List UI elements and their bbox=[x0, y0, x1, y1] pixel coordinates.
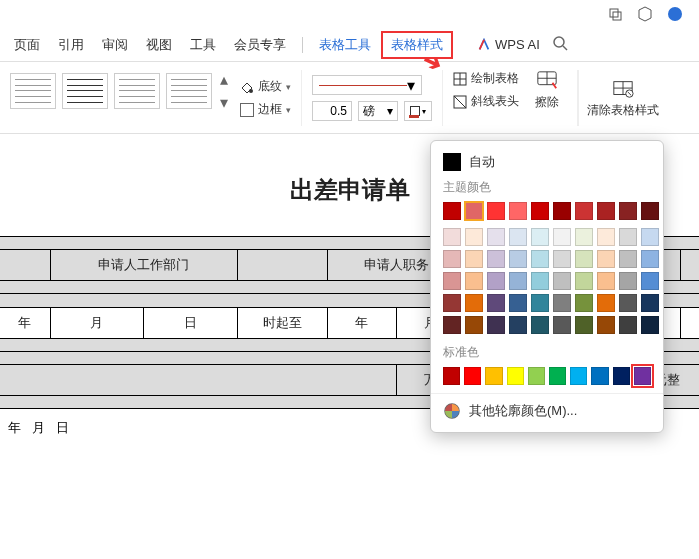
tab-review[interactable]: 审阅 bbox=[94, 32, 136, 58]
border-button[interactable]: 边框▾ bbox=[240, 101, 291, 118]
shading-button[interactable]: 底纹▾ bbox=[240, 78, 291, 95]
color-swatch[interactable] bbox=[575, 316, 593, 334]
color-swatch[interactable] bbox=[597, 228, 615, 246]
color-swatch[interactable] bbox=[553, 294, 571, 312]
user-icon[interactable] bbox=[667, 6, 683, 22]
color-swatch[interactable] bbox=[443, 272, 461, 290]
diag-header-button[interactable]: 斜线表头 bbox=[453, 93, 519, 110]
auto-color-option[interactable]: 自动 bbox=[431, 149, 663, 175]
color-swatch[interactable] bbox=[597, 294, 615, 312]
tab-member[interactable]: 会员专享 bbox=[226, 32, 294, 58]
color-swatch[interactable] bbox=[528, 367, 545, 385]
color-swatch[interactable] bbox=[507, 367, 524, 385]
color-swatch[interactable] bbox=[509, 272, 527, 290]
color-swatch[interactable] bbox=[553, 228, 571, 246]
color-swatch[interactable] bbox=[634, 367, 651, 385]
color-swatch[interactable] bbox=[641, 316, 659, 334]
color-swatch[interactable] bbox=[597, 202, 615, 220]
color-swatch[interactable] bbox=[613, 367, 630, 385]
color-swatch[interactable] bbox=[465, 228, 483, 246]
color-swatch[interactable] bbox=[487, 202, 505, 220]
color-swatch[interactable] bbox=[597, 272, 615, 290]
tab-tools[interactable]: 工具 bbox=[182, 32, 224, 58]
color-swatch[interactable] bbox=[619, 202, 637, 220]
table-style-preset-3[interactable] bbox=[114, 73, 160, 109]
color-swatch[interactable] bbox=[553, 316, 571, 334]
color-swatch[interactable] bbox=[487, 316, 505, 334]
color-swatch[interactable] bbox=[531, 228, 549, 246]
color-swatch[interactable] bbox=[531, 294, 549, 312]
color-swatch[interactable] bbox=[591, 367, 608, 385]
table-style-preset-1[interactable] bbox=[10, 73, 56, 109]
search-icon[interactable] bbox=[552, 35, 568, 54]
color-swatch[interactable] bbox=[509, 316, 527, 334]
color-swatch[interactable] bbox=[509, 294, 527, 312]
color-swatch[interactable] bbox=[641, 250, 659, 268]
color-swatch[interactable] bbox=[619, 294, 637, 312]
line-weight-input[interactable]: 0.5 bbox=[312, 101, 352, 121]
wps-ai-button[interactable]: WPS AI bbox=[477, 37, 540, 52]
color-swatch[interactable] bbox=[465, 202, 483, 220]
color-swatch[interactable] bbox=[575, 250, 593, 268]
color-swatch[interactable] bbox=[487, 228, 505, 246]
shading-label: 底纹 bbox=[258, 78, 282, 95]
color-swatch[interactable] bbox=[575, 228, 593, 246]
color-swatch[interactable] bbox=[619, 316, 637, 334]
more-colors-option[interactable]: 其他轮廓颜色(M)... bbox=[431, 393, 663, 422]
color-swatch[interactable] bbox=[509, 228, 527, 246]
color-swatch[interactable] bbox=[531, 202, 549, 220]
color-swatch[interactable] bbox=[443, 316, 461, 334]
color-swatch[interactable] bbox=[464, 367, 481, 385]
tab-reference[interactable]: 引用 bbox=[50, 32, 92, 58]
table-style-preset-4[interactable] bbox=[166, 73, 212, 109]
color-swatch[interactable] bbox=[619, 228, 637, 246]
cube-icon[interactable] bbox=[637, 6, 653, 22]
color-swatch[interactable] bbox=[509, 250, 527, 268]
line-style-select[interactable]: ▾ bbox=[312, 75, 422, 95]
color-swatch[interactable] bbox=[553, 250, 571, 268]
style-gallery-more[interactable]: ▴▾ bbox=[218, 70, 230, 112]
color-swatch[interactable] bbox=[443, 202, 461, 220]
color-swatch[interactable] bbox=[443, 250, 461, 268]
color-swatch[interactable] bbox=[487, 272, 505, 290]
color-swatch[interactable] bbox=[485, 367, 502, 385]
line-color-button[interactable]: ▾ bbox=[404, 101, 432, 121]
color-swatch[interactable] bbox=[597, 250, 615, 268]
color-swatch[interactable] bbox=[619, 272, 637, 290]
erase-button[interactable]: 擦除 bbox=[527, 70, 567, 126]
color-swatch[interactable] bbox=[575, 294, 593, 312]
color-swatch[interactable] bbox=[531, 250, 549, 268]
tab-page[interactable]: 页面 bbox=[6, 32, 48, 58]
color-swatch[interactable] bbox=[465, 272, 483, 290]
table-style-preset-2[interactable] bbox=[62, 73, 108, 109]
color-swatch[interactable] bbox=[641, 202, 659, 220]
color-swatch[interactable] bbox=[553, 272, 571, 290]
color-swatch[interactable] bbox=[509, 202, 527, 220]
draw-table-button[interactable]: 绘制表格 bbox=[453, 70, 519, 87]
clear-style-button[interactable]: 清除表格样式 bbox=[578, 70, 667, 126]
color-swatch[interactable] bbox=[641, 294, 659, 312]
tab-view[interactable]: 视图 bbox=[138, 32, 180, 58]
color-swatch[interactable] bbox=[531, 272, 549, 290]
color-swatch[interactable] bbox=[553, 202, 571, 220]
color-swatch[interactable] bbox=[487, 250, 505, 268]
color-swatch[interactable] bbox=[575, 272, 593, 290]
tab-table-tools[interactable]: 表格工具 bbox=[311, 32, 379, 58]
color-swatch[interactable] bbox=[465, 316, 483, 334]
color-swatch[interactable] bbox=[597, 316, 615, 334]
color-swatch[interactable] bbox=[465, 294, 483, 312]
color-swatch[interactable] bbox=[487, 294, 505, 312]
color-swatch[interactable] bbox=[443, 294, 461, 312]
color-swatch[interactable] bbox=[575, 202, 593, 220]
line-unit-select[interactable]: 磅▾ bbox=[358, 101, 398, 121]
color-swatch[interactable] bbox=[465, 250, 483, 268]
color-swatch[interactable] bbox=[443, 228, 461, 246]
color-swatch[interactable] bbox=[641, 228, 659, 246]
color-swatch[interactable] bbox=[531, 316, 549, 334]
color-swatch[interactable] bbox=[549, 367, 566, 385]
color-swatch[interactable] bbox=[619, 250, 637, 268]
color-swatch[interactable] bbox=[641, 272, 659, 290]
color-swatch[interactable] bbox=[570, 367, 587, 385]
color-swatch[interactable] bbox=[443, 367, 460, 385]
copy-icon[interactable] bbox=[607, 6, 623, 22]
